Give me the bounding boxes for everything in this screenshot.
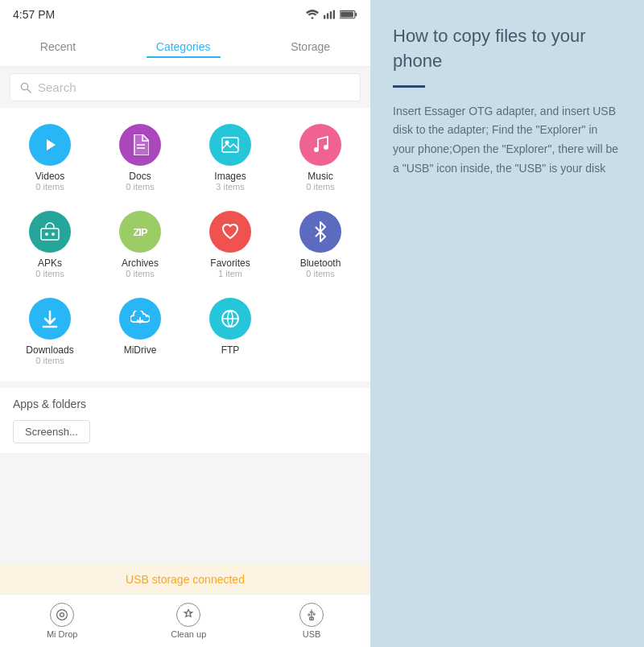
category-favorites[interactable]: Favorites 1 item <box>187 204 274 285</box>
images-label: Images <box>214 171 246 182</box>
category-ftp[interactable]: FTP <box>187 291 274 372</box>
categories-grid: Videos 0 items Docs 0 items Images 3 ite… <box>0 108 370 381</box>
bottom-nav: Mi Drop Clean up <box>0 594 370 647</box>
svg-point-17 <box>45 233 48 236</box>
status-time: 4:57 PM <box>13 8 55 21</box>
tab-categories[interactable]: Categories <box>147 37 221 58</box>
svg-rect-1 <box>327 13 328 19</box>
svg-point-23 <box>62 615 63 616</box>
cleanup-label: Clean up <box>171 629 206 639</box>
nav-usb[interactable]: USB <box>299 603 324 639</box>
category-music[interactable]: Music 0 items <box>277 117 364 198</box>
svg-point-18 <box>52 233 55 236</box>
apks-label: APKs <box>38 258 62 269</box>
svg-rect-6 <box>341 11 353 17</box>
music-count: 0 items <box>306 182 334 192</box>
category-images[interactable]: Images 3 items <box>187 117 274 198</box>
svg-rect-16 <box>41 229 59 240</box>
tab-storage[interactable]: Storage <box>281 37 340 58</box>
midrive-icon <box>119 298 161 340</box>
downloads-icon <box>29 298 71 340</box>
tabs: Recent Categories Storage <box>0 29 370 67</box>
svg-point-15 <box>324 145 328 150</box>
svg-point-7 <box>21 83 27 89</box>
bottom-bar: USB storage connected Mi Drop <box>0 565 370 647</box>
images-icon <box>209 124 251 166</box>
docs-label: Docs <box>129 171 151 182</box>
midrive-label: MiDrive <box>124 344 157 356</box>
category-videos[interactable]: Videos 0 items <box>6 117 93 198</box>
videos-icon <box>29 124 71 166</box>
right-panel: How to copy files to your phone Insert E… <box>370 0 644 647</box>
svg-marker-9 <box>47 139 56 150</box>
nav-cleanup[interactable]: Clean up <box>171 603 206 639</box>
tab-recent[interactable]: Recent <box>31 37 85 58</box>
downloads-label: Downloads <box>26 344 73 356</box>
status-bar: 4:57 PM <box>0 0 370 29</box>
category-midrive[interactable]: MiDrive <box>97 291 184 372</box>
usb-notification: USB storage connected <box>0 565 370 594</box>
midrop-icon <box>50 603 74 627</box>
archives-label: Archives <box>122 258 159 269</box>
downloads-count: 0 items <box>35 356 64 365</box>
favorites-icon <box>209 211 251 253</box>
category-docs[interactable]: Docs 0 items <box>97 117 184 198</box>
music-icon <box>299 124 341 166</box>
category-archives[interactable]: ZIP Archives 0 items <box>97 204 184 285</box>
favorites-label: Favorites <box>210 258 250 269</box>
cleanup-icon <box>176 603 200 627</box>
screenshots-folder[interactable]: Screensh... <box>13 420 90 443</box>
images-count: 3 items <box>216 182 244 192</box>
svg-rect-12 <box>222 138 238 152</box>
svg-rect-0 <box>324 15 325 19</box>
videos-count: 0 items <box>35 182 64 192</box>
help-body: Insert Essager OTG adapter, and insert U… <box>393 102 621 179</box>
category-downloads[interactable]: Downloads 0 items <box>6 291 93 372</box>
status-icons <box>306 10 357 19</box>
main-content: Videos 0 items Docs 0 items Images 3 ite… <box>0 108 370 565</box>
help-title: How to copy files to your phone <box>393 24 621 74</box>
svg-line-8 <box>27 89 31 93</box>
midrop-label: Mi Drop <box>47 629 78 639</box>
bluetooth-label: Bluetooth <box>300 258 341 269</box>
music-label: Music <box>308 171 332 182</box>
category-apks[interactable]: APKs 0 items <box>6 204 93 285</box>
battery-icon <box>340 10 357 19</box>
archives-count: 0 items <box>126 269 154 278</box>
favorites-count: 1 item <box>218 269 242 278</box>
bluetooth-count: 0 items <box>306 269 334 278</box>
apps-folders-section: Apps & folders Screensh... <box>0 388 370 453</box>
ftp-icon <box>209 298 251 340</box>
ftp-label: FTP <box>221 344 240 356</box>
videos-label: Videos <box>35 171 64 182</box>
help-divider <box>393 85 425 88</box>
signal-icon <box>324 10 335 19</box>
search-bar[interactable]: Search <box>10 73 361 101</box>
apks-icon <box>29 211 71 253</box>
apps-folders-title: Apps & folders <box>13 398 357 410</box>
phone-panel: 4:57 PM Recent Cate <box>0 0 370 647</box>
svg-rect-5 <box>355 13 357 17</box>
svg-rect-3 <box>333 10 335 19</box>
archives-icon: ZIP <box>119 211 161 253</box>
usb-label: USB <box>303 629 321 639</box>
svg-rect-2 <box>330 11 332 19</box>
search-placeholder: Search <box>38 80 76 94</box>
search-icon <box>20 82 31 93</box>
apks-count: 0 items <box>35 269 64 278</box>
docs-icon <box>119 124 161 166</box>
docs-count: 0 items <box>126 182 154 192</box>
category-bluetooth[interactable]: Bluetooth 0 items <box>277 204 364 285</box>
nav-midrop[interactable]: Mi Drop <box>47 603 78 639</box>
svg-point-14 <box>314 147 319 152</box>
wifi-icon <box>306 10 319 19</box>
usb-icon <box>299 603 324 627</box>
bluetooth-icon <box>299 211 341 253</box>
